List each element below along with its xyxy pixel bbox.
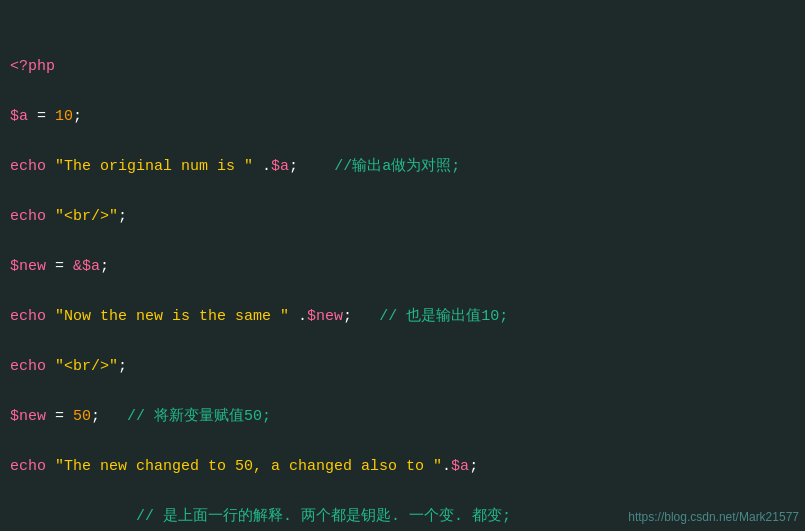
line-6: echo "Now the new is the same " .$new; /…	[10, 304, 795, 330]
line-2: $a = 10;	[10, 104, 795, 130]
line-7: echo "<br/>";	[10, 354, 795, 380]
line-1: <?php	[10, 54, 795, 80]
line-9: echo "The new changed to 50, a changed a…	[10, 454, 795, 480]
watermark: https://blog.csdn.net/Mark21577	[628, 508, 799, 527]
line-3: echo "The original num is " .$a; //输出a做为…	[10, 154, 795, 180]
line-8: $new = 50; // 将新变量赋值50;	[10, 404, 795, 430]
line-5: $new = &$a;	[10, 254, 795, 280]
code-editor: <?php $a = 10; echo "The original num is…	[0, 0, 805, 531]
line-4: echo "<br/>";	[10, 204, 795, 230]
